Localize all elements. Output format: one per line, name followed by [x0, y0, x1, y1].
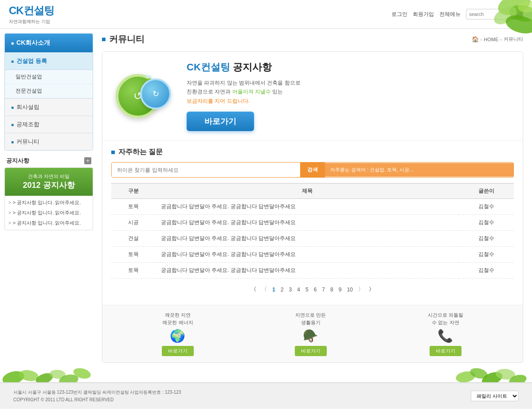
notice-banner-text: 건축과 자연의 비밀	[28, 174, 70, 179]
search-input[interactable]	[466, 10, 511, 18]
cell-category-0: 토목	[111, 199, 156, 215]
search-button[interactable]: 🔍	[511, 9, 523, 19]
cell-author-0: 김철수	[458, 199, 514, 215]
faq-search-input[interactable]	[112, 163, 300, 177]
cell-title-2[interactable]: 궁금합니다 답변달아 주세요. 궁금합니다 답변달아주세요	[156, 231, 458, 247]
banner-title: CK컨설팅 공지사항	[187, 61, 509, 74]
table-row[interactable]: 토목 궁금합니다 답변달아 주세요. 궁금합니다 답변달아주세요 김철수	[111, 199, 514, 215]
header: CK컨설팅 자연과함께하는 기업 로그인 회원가입 전체메뉴 🔍	[0, 0, 532, 29]
sidebar-item-expert-construction[interactable]: 전문건설업	[5, 84, 93, 98]
notice-add-button[interactable]: +	[84, 157, 91, 164]
footer-info-bar: 깨끗한 지연깨끗한 에너지 🌍 바로가기 지연으로 만든생활용기 🪖 바로가기 …	[102, 305, 523, 362]
pagination-item[interactable]: 6	[312, 286, 319, 294]
cell-author-4: 김철수	[458, 263, 514, 279]
cell-title-1[interactable]: 궁금합니다 답변달아 주세요. 궁금합니다 답변달아주세요	[156, 215, 458, 231]
pagination-item[interactable]: 《	[249, 285, 258, 294]
notice-banner-year: 2012 공지사항	[10, 180, 87, 190]
breadcrumb: 🏠 › HOME › 커뮤니티	[472, 36, 523, 43]
banner-desc-line2-prefix: 친환경으로 자연과	[187, 89, 232, 95]
pagination-item[interactable]: 2	[279, 286, 286, 294]
pagination-item[interactable]: 》	[367, 285, 376, 294]
footer-info-btn-0[interactable]: 바로가기	[162, 346, 194, 356]
faq-search-hint: 자주묻는 검색어 : 건설업, 토목, 시공...	[325, 163, 513, 177]
table-row[interactable]: 토목 궁금합니다 답변달아 주세요. 궁금합니다 답변달아주세요 김철수	[111, 263, 514, 279]
banner-desc-line2-green: 어울이져 지낼수	[232, 89, 271, 95]
faq-search-button[interactable]: 검색	[300, 163, 325, 177]
content-area: 커뮤니티 🏠 › HOME › 커뮤니티 🍃 ↺	[98, 29, 532, 363]
cell-author-1: 김철수	[458, 215, 514, 231]
breadcrumb-current: 커뮤니티	[504, 36, 523, 43]
sidebar-notice-section: 공지사항 +	[4, 157, 93, 165]
logo-area: CK컨설팅 자연과함께하는 기업	[9, 4, 54, 25]
banner-desc-line1: 자연을 파괴하지 않는 범위내에서 건축을 함으로	[187, 80, 301, 86]
pagination-item[interactable]: 8	[329, 286, 335, 294]
footer-info-item-1: 지연으로 만든생활용기 🪖 바로가기	[295, 311, 327, 356]
banner-desc: 자연을 파괴하지 않는 범위내에서 건축을 함으로 친환경으로 자연과 어울이져…	[187, 78, 509, 105]
table-header-row: 구분 제목 글쓴이	[111, 183, 514, 199]
sidebar-item-union[interactable]: ■ 공제조합	[5, 116, 93, 133]
footer-info-item-2: 시간으로 되돌릴수 없는 자연 📞 바로가기	[428, 311, 463, 356]
footer-info-btn-1[interactable]: 바로가기	[295, 346, 327, 356]
pagination-item[interactable]: 7	[320, 286, 327, 294]
main-layout: ■ CK회사소개 ■ 건설업 등록 일반건설업 전문건설업 ■ 회사설립 ■ 공…	[0, 29, 532, 363]
cell-category-2: 건설	[111, 231, 156, 247]
banner-goto-button[interactable]: 바로가기	[187, 112, 254, 131]
col-category: 구분	[111, 183, 156, 199]
table-row[interactable]: 시공 궁금합니다 답변달아 주세요. 궁금합니다 답변달아주세요 김철수	[111, 215, 514, 231]
search-icon: 🔍	[513, 11, 520, 17]
faq-title-label: 자주하는 질문	[118, 147, 163, 157]
pagination-item[interactable]: 〈	[260, 285, 269, 294]
bullet-icon: ■	[11, 105, 14, 110]
footer-family-select[interactable]: 패밀리 사이트	[471, 391, 519, 401]
pagination-current[interactable]: 1	[270, 286, 277, 294]
banner-text-area: CK컨설팅 공지사항 자연을 파괴하지 않는 범위내에서 건축을 함으로 친환경…	[187, 61, 509, 131]
pagination-item[interactable]: 3	[287, 286, 294, 294]
faq-table-body: 토목 궁금합니다 답변달아 주세요. 궁금합니다 답변달아주세요 김철수 시공 …	[111, 199, 514, 279]
home-icon[interactable]: 🏠	[472, 36, 479, 43]
title-bullet	[102, 38, 106, 41]
nav-login[interactable]: 로그인	[391, 11, 407, 18]
pagination-item[interactable]: 〉	[356, 285, 365, 294]
sidebar-item-community[interactable]: ■ 커뮤니티	[5, 133, 93, 150]
cell-title-3[interactable]: 궁금합니다 답변달아 주세요. 궁금합니다 답변달아주세요	[156, 247, 458, 263]
footer-info-text-1: 지연으로 만든생활용기	[295, 311, 326, 326]
sidebar-notice-box: 건축과 자연의 비밀 2012 공지사항 > 공지사항 입니다. 읽어주세요. …	[4, 167, 93, 230]
sidebar-item-construction-reg[interactable]: ■ 건설업 등록	[5, 53, 93, 70]
pagination-item[interactable]: 5	[304, 286, 310, 294]
banner-title-prefix: CK컨설팅	[187, 62, 230, 73]
table-row[interactable]: 토목 궁금합니다 답변달아 주세요. 궁금합니다 답변달아주세요 김철수	[111, 247, 514, 263]
footer-info-text-0: 깨끗한 지연깨끗한 에너지	[162, 311, 193, 326]
breadcrumb-home[interactable]: HOME	[484, 37, 498, 42]
nav-all-menu[interactable]: 전체메뉴	[439, 11, 461, 18]
footer-copyright: COPYRIGHT © 2011 LTD ALL RIGHT RESERVED	[13, 396, 181, 403]
bottom-leaf-decoration	[0, 365, 532, 382]
logo-subtitle: 자연과함께하는 기업	[9, 19, 54, 25]
blue-refresh-circle: ↻	[140, 78, 171, 109]
footer-info-btn-2[interactable]: 바로가기	[430, 346, 462, 356]
pagination-item[interactable]: 10	[345, 286, 354, 294]
sidebar-item-ck-intro[interactable]: ■ CK회사소개	[5, 34, 93, 52]
search-box: 🔍	[466, 9, 523, 19]
pagination-item[interactable]: 4	[295, 286, 302, 294]
faq-section-title: 자주하는 질문	[111, 147, 514, 157]
nav-join[interactable]: 회원가입	[413, 11, 434, 18]
sidebar-item-company-setup[interactable]: ■ 회사설립	[5, 98, 93, 116]
sidebar-top-label: CK회사소개	[16, 39, 50, 47]
pagination-item[interactable]: 9	[337, 286, 344, 294]
sidebar-item-general-construction[interactable]: 일반건설업	[5, 70, 93, 84]
notice-list-item-0[interactable]: > 공지사항 입니다. 읽어주세요.	[5, 198, 93, 208]
bullet-icon: ■	[11, 41, 14, 46]
footer-info-icon-1: 🪖	[303, 329, 318, 343]
cell-author-2: 김철수	[458, 231, 514, 247]
table-row[interactable]: 건설 궁금합니다 답변달아 주세요. 궁금합니다 답변달아주세요 김철수	[111, 231, 514, 247]
footer-address-text: 서울시 서울구 서울동 123-123번지 클릭빌딩 씨케이컨설팅 사업자등록번…	[13, 388, 181, 396]
faq-table: 구분 제목 글쓴이 토목 궁금합니다 답변달아 주세요. 궁금합니다 답변달아주…	[111, 183, 514, 279]
cell-title-4[interactable]: 궁금합니다 답변달아 주세요. 궁금합니다 답변달아주세요	[156, 263, 458, 279]
circle-icons: 🍃 ↺ ↻	[116, 74, 160, 118]
cell-title-0[interactable]: 궁금합니다 답변달아 주세요. 궁금합니다 답변달아주세요	[156, 199, 458, 215]
notice-list-item-1[interactable]: > 공지사항 입니다. 읽어주세요.	[5, 208, 93, 218]
notice-title-label: 공지사항	[6, 157, 29, 165]
notice-list-item-2[interactable]: > 공지사항 입니다. 읽어주세요.	[5, 218, 93, 228]
banner-section: 🍃 ↺ ↻ CK컨설팅 공지사항 자연을 파괴하지 않는 범위내에서	[102, 52, 523, 140]
logo-title[interactable]: CK컨설팅	[9, 4, 54, 18]
